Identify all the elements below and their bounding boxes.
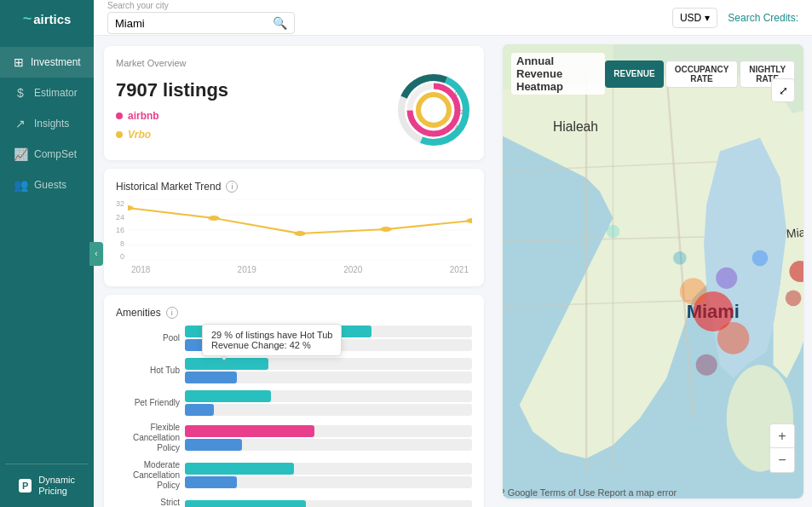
sidebar-item-label: Guests — [34, 179, 66, 191]
svg-point-6 — [418, 95, 449, 125]
currency-dropdown-icon: ▾ — [705, 12, 710, 24]
airbnb-label: airbnb — [128, 110, 159, 122]
y-label-0: 32 — [116, 199, 124, 208]
amenity-label-pool: Pool — [116, 333, 180, 343]
amenity-label-flexible: Flexible Cancellation Policy — [116, 423, 180, 453]
zoom-out-button[interactable]: − — [770, 448, 794, 472]
sidebar: ~ airtics ⊞ Investment $ Estimator ↗ Ins… — [0, 0, 94, 507]
sidebar-item-label: CompSet — [34, 148, 77, 160]
trend-header: Historical Market Trend i — [116, 181, 472, 193]
amenity-label-strict: Strict Cancellation Policy — [116, 498, 180, 507]
map-header: Annual Revenue Heatmap REVENUE OCCUPANCY… — [511, 53, 795, 95]
amenity-row-moderate: Moderate Cancellation Policy — [116, 460, 472, 491]
right-panel: Miami Hialeah Miami Beach — [494, 36, 812, 507]
zoom-in-button[interactable]: + — [770, 424, 794, 448]
amenity-bars-pet — [185, 390, 472, 416]
x-label-2019: 2019 — [238, 265, 256, 274]
airbnb-dot — [116, 112, 123, 119]
bar-track-hottub-2 — [185, 372, 472, 383]
amenity-bars-hottub: 29 % of listings have Hot Tub Revenue Ch… — [185, 358, 472, 383]
map-svg: Miami Hialeah Miami Beach — [503, 44, 803, 498]
search-input[interactable] — [115, 17, 268, 30]
sidebar-item-label: Estimator — [34, 87, 78, 99]
amenity-row-flexible: Flexible Cancellation Policy — [116, 423, 472, 453]
bar-teal-strict — [185, 500, 306, 507]
y-label-4: 0 — [116, 252, 124, 261]
map-tabs: REVENUE OCCUPANCY RATE NIGHTLY RATE — [605, 60, 795, 88]
svg-point-33 — [680, 278, 706, 304]
app-logo: ~ airtics — [23, 10, 72, 28]
amenities-title: Amenities — [116, 307, 161, 319]
map-background: Miami Hialeah Miami Beach — [503, 44, 803, 498]
topbar: Search your city 🔍 USD ▾ Search Credits: — [94, 0, 812, 36]
chart-area: 2018 2019 2020 2021 — [128, 199, 472, 274]
search-wrapper: Search your city 🔍 — [107, 1, 295, 34]
x-axis-labels: 2018 2019 2020 2021 — [128, 265, 472, 274]
svg-point-36 — [716, 268, 737, 289]
bar-teal-moderate — [185, 463, 294, 475]
svg-point-17 — [294, 231, 305, 236]
y-axis-labels: 32 24 16 8 0 — [116, 199, 124, 261]
hottub-tooltip: 29 % of listings have Hot Tub Revenue Ch… — [202, 324, 342, 356]
bar-track-mod-2 — [185, 476, 472, 488]
amenity-bars-flexible — [185, 425, 472, 451]
amenity-bars-strict — [185, 500, 472, 507]
bar-track-str-1 — [185, 500, 472, 507]
dynamic-pricing-label: DynamicPricing — [38, 475, 75, 497]
pricing-icon: P — [19, 479, 32, 493]
svg-point-37 — [752, 250, 769, 266]
sidebar-collapse-button[interactable]: ‹ — [89, 242, 103, 266]
map-attribution: Keyboard shortcuts Map data ©2022 Google… — [503, 487, 677, 498]
map-expand-button[interactable]: ⤢ — [771, 78, 795, 102]
topbar-right: USD ▾ Search Credits: — [672, 8, 798, 28]
y-label-2: 16 — [116, 226, 124, 234]
amenities-info-icon[interactable]: i — [166, 307, 178, 319]
sidebar-item-label: Investment — [31, 56, 81, 68]
sidebar-item-compset[interactable]: 📈 CompSet — [0, 139, 94, 170]
dynamic-pricing-link[interactable]: P DynamicPricing — [5, 464, 89, 507]
arrow-up-icon: ↗ — [14, 117, 27, 130]
trend-chart-wrap: 32 24 16 8 0 — [116, 199, 472, 274]
search-label: Search your city — [107, 1, 295, 10]
market-overview-card: Market Overview 7907 listings airbnb Vrb… — [104, 46, 484, 160]
amenity-label-hottub: Hot Tub — [116, 366, 180, 376]
search-box: 🔍 — [107, 12, 295, 34]
bar-pink-flexible — [185, 425, 314, 437]
sidebar-item-estimator[interactable]: $ Estimator — [0, 78, 94, 108]
users-icon: 👥 — [14, 178, 27, 192]
svg-text:Hialeah: Hialeah — [553, 119, 598, 134]
bar-blue-hottub — [185, 372, 237, 383]
bar-blue-pet — [185, 404, 214, 416]
tooltip-line1: 29 % of listings have Hot Tub — [211, 330, 332, 340]
y-label-3: 8 — [116, 239, 124, 248]
tooltip-line2: Revenue Change: 42 % — [211, 340, 332, 350]
map-title: Annual Revenue Heatmap — [511, 53, 605, 95]
search-icon[interactable]: 🔍 — [273, 16, 287, 30]
vrbo-dot — [116, 131, 123, 138]
sidebar-item-guests[interactable]: 👥 Guests — [0, 170, 94, 200]
tab-occupancy-rate[interactable]: OCCUPANCY RATE — [665, 60, 739, 88]
grid-icon: ⊞ — [14, 55, 24, 69]
svg-text:0: 0 — [455, 90, 458, 96]
x-label-2018: 2018 — [131, 265, 150, 274]
svg-text:2: 2 — [460, 109, 464, 115]
svg-point-18 — [380, 227, 391, 232]
trend-info-icon[interactable]: i — [226, 181, 238, 193]
sidebar-item-label: Insights — [34, 118, 69, 130]
sidebar-item-investment[interactable]: ⊞ Investment — [0, 47, 94, 78]
currency-selector[interactable]: USD ▾ — [672, 8, 717, 28]
donut-chart: 0 2 4 — [395, 72, 472, 148]
amenity-row-hottub: Hot Tub 29 % of listings have Hot Tub Re… — [116, 358, 472, 383]
sidebar-item-insights[interactable]: ↗ Insights — [0, 108, 94, 139]
logo-icon: ~ — [23, 10, 32, 28]
platform-airbnb: airbnb — [116, 110, 228, 122]
tab-revenue[interactable]: REVENUE — [605, 60, 663, 88]
svg-point-16 — [208, 216, 219, 221]
bar-blue-flexible — [185, 439, 242, 451]
svg-point-32 — [717, 322, 750, 354]
content-area: Market Overview 7907 listings airbnb Vrb… — [94, 36, 812, 507]
search-credits-label: Search Credits: — [728, 12, 798, 24]
logo: ~ airtics — [0, 0, 94, 38]
donut-svg: 0 2 4 — [395, 72, 472, 148]
bar-track-flex-1 — [185, 425, 472, 437]
